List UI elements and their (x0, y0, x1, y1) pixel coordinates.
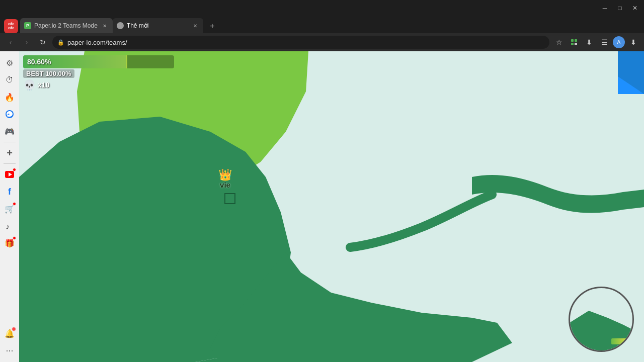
lock-icon: 🔒 (57, 39, 64, 46)
tab-favicon-paper: P (24, 22, 31, 29)
coccoc-extension-button[interactable] (568, 36, 581, 49)
svg-text:♪: ♪ (6, 222, 10, 230)
progress-percent: 80.60% (27, 58, 51, 66)
profile-initial: A (617, 39, 620, 45)
tab-bar: cốccốc P Paper.io 2 Teams Mode ✕ Thê mới… (0, 16, 644, 33)
back-button[interactable]: ‹ (4, 36, 17, 49)
tab-close-the-moi[interactable]: ✕ (191, 22, 199, 30)
gift-badge (13, 236, 16, 240)
settings-nav-button[interactable]: ☰ (598, 36, 611, 49)
skull-row: 💀 x10 (23, 79, 174, 91)
kill-count: x10 (38, 81, 49, 89)
player-block (224, 193, 235, 204)
sidebar-games-icon[interactable]: 🎮 (2, 124, 17, 139)
sidebar-youtube-icon[interactable] (2, 167, 17, 182)
minimize-button[interactable]: ─ (598, 3, 612, 13)
address-bar[interactable]: 🔒 paper-io.com/teams/ (52, 36, 549, 49)
sidebar-facebook-icon[interactable]: f (2, 184, 17, 199)
svg-rect-5 (571, 43, 574, 45)
window-controls: ─ □ ✕ (598, 3, 642, 13)
sidebar-divider-1 (4, 142, 16, 142)
shopping-badge (13, 202, 16, 206)
navigation-bar: ‹ › ↻ 🔒 paper-io.com/teams/ ☆ ⬇ ☰ A ⬇ (0, 33, 644, 51)
sidebar-bell-icon[interactable]: 🔔 (2, 326, 17, 341)
sidebar-more-icon[interactable]: ··· (2, 343, 17, 358)
tab-favicon-the-moi (117, 22, 124, 29)
browser-chrome: ─ □ ✕ cốccốc P Paper.io 2 Teams Mode ✕ T… (0, 0, 644, 51)
minimap (569, 287, 634, 352)
sidebar-tiktok-icon[interactable]: ♪ (2, 218, 17, 233)
player-name: vie (220, 180, 230, 189)
best-score-text: BEST 100.00% (23, 69, 74, 78)
address-text: paper-io.com/teams/ (67, 39, 544, 46)
download-button[interactable]: ⬇ (583, 36, 596, 49)
sidebar: ⚙ ⏱ 🔥 🎮 + f 🛒 ♪ 🎁 🔔 ··· (0, 51, 19, 362)
tab-title-paper: Paper.io 2 Teams Mode (34, 22, 98, 29)
svg-rect-3 (571, 39, 574, 42)
game-terrain-svg (19, 51, 644, 362)
checkpoint-marker (126, 55, 127, 68)
bookmark-button[interactable]: ☆ (552, 36, 566, 49)
crown-icon: 👑 (218, 169, 232, 180)
youtube-badge (13, 168, 16, 171)
sidebar-add-icon[interactable]: + (2, 145, 17, 160)
maximize-button[interactable]: □ (613, 3, 627, 13)
game-area[interactable]: 80.60% BEST 100.00% 💀 x10 👑 vie (19, 51, 644, 362)
sidebar-settings-icon[interactable]: ⚙ (2, 55, 17, 70)
close-button[interactable]: ✕ (628, 3, 642, 13)
tab-title-the-moi: Thê mới (127, 22, 188, 29)
sidebar-history-icon[interactable]: ⏱ (2, 72, 17, 87)
progress-bar-container: 80.60% (23, 55, 174, 68)
nav-actions: ☆ ⬇ ☰ A ⬇ (552, 36, 640, 49)
title-bar: ─ □ ✕ (0, 0, 644, 16)
sidebar-gift-icon[interactable]: 🎁 (2, 235, 17, 250)
sidebar-divider-2 (4, 163, 16, 164)
skull-icon: 💀 (23, 79, 36, 91)
new-tab-button[interactable]: + (205, 19, 219, 33)
main-content: ⚙ ⏱ 🔥 🎮 + f 🛒 ♪ 🎁 🔔 ··· (0, 51, 644, 362)
tab-close-paper[interactable]: ✕ (101, 22, 109, 30)
profile-avatar[interactable]: A (613, 36, 625, 48)
tab-paper-io[interactable]: P Paper.io 2 Teams Mode ✕ (20, 18, 113, 33)
forward-button[interactable]: › (20, 36, 33, 49)
svg-rect-4 (575, 39, 577, 42)
coccoc-logo[interactable]: cốccốc (4, 19, 18, 33)
sidebar-fire-icon[interactable]: 🔥 (2, 89, 17, 105)
refresh-button[interactable]: ↻ (36, 36, 49, 49)
coccoc-download-button[interactable]: ⬇ (627, 36, 640, 49)
svg-rect-6 (575, 43, 577, 45)
game-hud: 80.60% BEST 100.00% 💀 x10 (23, 55, 174, 91)
minimap-accent (611, 338, 626, 344)
player-label: 👑 vie (218, 169, 232, 189)
sidebar-shopping-icon[interactable]: 🛒 (2, 201, 17, 216)
sidebar-messenger-icon[interactable] (2, 107, 17, 122)
tab-the-moi[interactable]: Thê mới ✕ (113, 18, 203, 33)
